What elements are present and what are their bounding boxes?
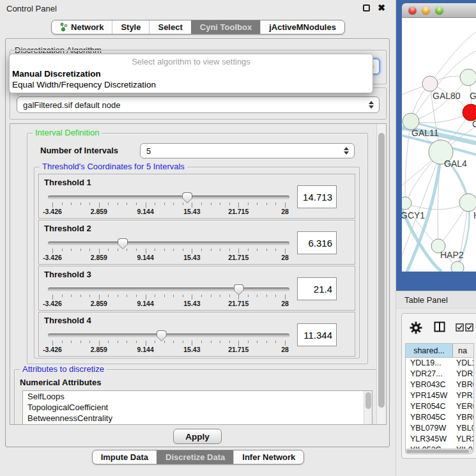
float-window-icon[interactable]	[363, 4, 370, 12]
bottom-tab-impute-data[interactable]: Impute Data	[93, 450, 157, 464]
network-node[interactable]	[451, 261, 464, 272]
network-node-ga[interactable]	[460, 69, 476, 86]
threshold-value-field[interactable]	[297, 231, 337, 254]
table-row[interactable]: YDR27...YDR2	[406, 369, 473, 380]
cell-shared-name: YBL079W	[406, 423, 453, 434]
slider-track[interactable]	[48, 288, 289, 291]
thresholds-group: Threshold's Coordinates for 5 Intervals …	[34, 167, 360, 358]
table-row[interactable]: YLR345WYLR3	[406, 434, 473, 445]
tab-network[interactable]: Network	[52, 20, 112, 34]
close-traffic-light-icon[interactable]	[408, 6, 417, 15]
tick-mark	[248, 341, 249, 343]
checked-box-icon[interactable]	[456, 323, 464, 332]
threshold-slider[interactable]: -3.4262.8599.14415.4321.71528	[48, 194, 289, 213]
table-data-combobox[interactable]: galFiltered.sif default node	[17, 96, 380, 113]
tick-mark	[155, 341, 155, 343]
numerical-attributes-list[interactable]: SelfLoopsTopologicalCoefficientBetweenne…	[22, 390, 372, 425]
attribute-item-selfloops[interactable]: SelfLoops	[23, 391, 372, 402]
network-node-gcy1[interactable]	[402, 197, 411, 210]
threshold-value-field[interactable]	[297, 185, 337, 208]
minimize-traffic-light-icon[interactable]	[422, 6, 430, 15]
tick-label: 28	[281, 300, 289, 307]
table-row[interactable]: YBR043CYBR0	[406, 380, 473, 390]
tick-label: 21.715	[228, 300, 249, 307]
tick-mark	[52, 249, 53, 254]
threshold-label: Threshold 3	[44, 270, 91, 279]
close-icon[interactable]: ✖	[378, 3, 385, 13]
table-row[interactable]: YPR145WYPR1	[406, 390, 473, 401]
slider-thumb[interactable]	[182, 192, 192, 203]
network-node-gal80[interactable]	[422, 76, 438, 91]
tick-mark	[164, 295, 165, 297]
tick-mark	[238, 341, 239, 346]
tick-mark	[183, 203, 183, 205]
split-columns-icon[interactable]	[434, 321, 445, 333]
threshold-slider[interactable]: -3.4262.8599.14415.4321.71528	[48, 240, 289, 259]
algorithm-placeholder-option[interactable]: Select algorithm to view settings	[10, 56, 372, 68]
tick-mark	[62, 341, 63, 343]
threshold-slider[interactable]: -3.4262.8599.14415.4321.71528	[48, 286, 289, 305]
tick-mark	[192, 341, 192, 346]
slider-thumb[interactable]	[157, 330, 167, 341]
table-row[interactable]: YER054CYER0	[406, 401, 473, 412]
threshold-slider[interactable]: -3.4262.8599.14415.4321.71528	[48, 332, 289, 351]
apply-button[interactable]: Apply	[173, 429, 222, 444]
slider-thumb[interactable]	[118, 238, 128, 249]
table-row[interactable]: YDL19...YDL1	[406, 358, 473, 369]
slider-track[interactable]	[48, 196, 289, 199]
bottom-tab-infer-network[interactable]: Infer Network	[233, 450, 303, 464]
tick-mark	[118, 249, 118, 251]
column-header-shared-name[interactable]: shared...	[406, 344, 453, 357]
table-row[interactable]: YBR045CYBR0	[406, 412, 473, 423]
panel-title: Control Panel	[0, 4, 57, 13]
zoom-traffic-light-icon[interactable]	[435, 6, 443, 15]
tick-mark	[220, 341, 220, 343]
tick-mark	[229, 249, 230, 251]
numerical-attributes-label: Numerical Attributes	[20, 378, 101, 387]
threshold-value-field[interactable]	[297, 277, 337, 300]
tick-mark	[62, 203, 63, 205]
threshold-value-field[interactable]	[297, 323, 337, 346]
tab-jactivemnodules[interactable]: jActiveMNodules	[260, 20, 344, 34]
slider-track[interactable]	[48, 334, 289, 337]
tick-mark	[89, 295, 90, 297]
slider-track[interactable]	[48, 242, 289, 245]
interval-definition-title: Interval Definition	[33, 128, 102, 137]
tab-style[interactable]: Style	[112, 20, 149, 34]
attributes-scrollbar[interactable]	[364, 391, 372, 425]
threshold-panel-1: Threshold 1-3.4262.8599.14415.4321.71528	[38, 174, 355, 219]
attribute-item-topologicalcoefficient[interactable]: TopologicalCoefficient	[23, 402, 372, 413]
bottom-tab-discretize-data[interactable]: Discretize Data	[157, 450, 233, 464]
tick-label: 15.43	[183, 208, 200, 215]
tick-mark	[229, 341, 230, 343]
node-table: shared... na YDL19...YDL1YDR27...YDR2YBR…	[405, 343, 474, 452]
network-canvas[interactable]: GAL80GACGAL11GAL4GCY1HHAP2	[402, 18, 476, 272]
checked-box-icon[interactable]	[465, 323, 473, 332]
tick-mark	[183, 341, 183, 343]
tick-mark	[146, 295, 146, 300]
tick-mark	[108, 249, 109, 251]
network-node-label: GAL80	[433, 91, 461, 101]
slider-thumb[interactable]	[234, 284, 244, 295]
tab-cyni-toolbox[interactable]: Cyni Toolbox	[191, 20, 260, 34]
cell-name: YBR0	[453, 412, 473, 423]
tick-label: 9.144	[137, 208, 153, 215]
table-row[interactable]: YBL079WYBL0	[406, 423, 473, 434]
attribute-item-betweennesscentrality[interactable]: BetweennessCentrality	[23, 413, 372, 424]
algorithm-option-equal-width-frequency-discretization[interactable]: Equal Width/Frequency Discretization	[10, 79, 372, 90]
settings-vertical-scrollbar[interactable]	[376, 124, 386, 424]
column-header-name[interactable]: na	[453, 344, 473, 357]
tick-mark	[164, 341, 165, 343]
network-window-titlebar[interactable]	[402, 3, 476, 18]
tab-select[interactable]: Select	[149, 20, 190, 34]
cell-name: YLR3	[453, 434, 473, 445]
tick-mark	[62, 249, 63, 251]
settings-gear-icon[interactable]	[410, 321, 422, 334]
table-horizontal-scrollbar[interactable]	[405, 449, 473, 454]
number-of-intervals-combobox[interactable]: 5	[140, 143, 355, 158]
network-node-h[interactable]	[459, 194, 476, 211]
algorithm-option-manual-discretization[interactable]: Manual Discretization	[10, 68, 372, 79]
cell-name: YPR1	[453, 390, 473, 401]
combo-stepper-icon	[369, 101, 374, 109]
tick-label: 28	[281, 254, 289, 261]
